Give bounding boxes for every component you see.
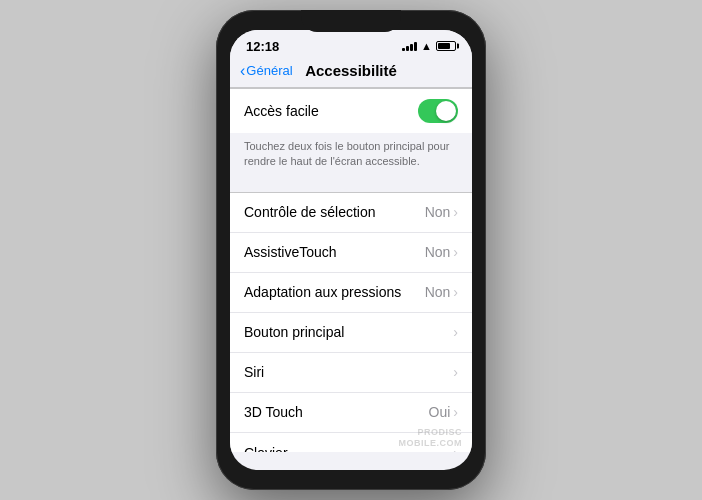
signal-icon: [402, 41, 417, 51]
back-label: Général: [246, 63, 292, 78]
acces-facile-description: Touchez deux fois le bouton principal po…: [230, 133, 472, 180]
back-chevron-icon: ‹: [240, 63, 245, 79]
battery-icon: [436, 41, 456, 51]
settings-content: Accès facile Touchez deux fois le bouton…: [230, 88, 472, 452]
status-bar: 12:18 ▲: [230, 30, 472, 58]
phone-notch: [301, 10, 401, 32]
bouton-principal-row[interactable]: Bouton principal ›: [230, 313, 472, 353]
phone-frame: 12:18 ▲ ‹ Général Accessibilité: [216, 10, 486, 490]
adaptation-pressions-label: Adaptation aux pressions: [244, 284, 401, 300]
controle-selection-chevron-icon: ›: [453, 204, 458, 220]
3d-touch-label: 3D Touch: [244, 404, 303, 420]
watermark-line2: MOBILE.COM: [399, 438, 463, 450]
watermark: PRODISC MOBILE.COM: [399, 427, 463, 450]
clavier-label: Clavier: [244, 445, 288, 452]
bouton-principal-label: Bouton principal: [244, 324, 344, 340]
nav-bar: ‹ Général Accessibilité: [230, 58, 472, 88]
assistivetouch-right: Non ›: [425, 244, 458, 260]
acces-facile-row[interactable]: Accès facile: [230, 88, 472, 133]
page-title: Accessibilité: [305, 62, 397, 79]
adaptation-pressions-row[interactable]: Adaptation aux pressions Non ›: [230, 273, 472, 313]
status-time: 12:18: [246, 39, 279, 54]
3d-touch-chevron-icon: ›: [453, 404, 458, 420]
menu-section: Contrôle de sélection Non › AssistiveTou…: [230, 192, 472, 452]
acces-facile-label: Accès facile: [244, 103, 319, 119]
siri-row[interactable]: Siri ›: [230, 353, 472, 393]
wifi-icon: ▲: [421, 40, 432, 52]
controle-selection-label: Contrôle de sélection: [244, 204, 376, 220]
3d-touch-right: Oui ›: [429, 404, 458, 420]
siri-right: ›: [453, 364, 458, 380]
assistivetouch-row[interactable]: AssistiveTouch Non ›: [230, 233, 472, 273]
bouton-principal-right: ›: [453, 324, 458, 340]
3d-touch-value: Oui: [429, 404, 451, 420]
assistivetouch-chevron-icon: ›: [453, 244, 458, 260]
phone-screen: 12:18 ▲ ‹ Général Accessibilité: [230, 30, 472, 470]
watermark-line1: PRODISC: [399, 427, 463, 439]
assistivetouch-label: AssistiveTouch: [244, 244, 337, 260]
adaptation-pressions-right: Non ›: [425, 284, 458, 300]
controle-selection-row[interactable]: Contrôle de sélection Non ›: [230, 193, 472, 233]
adaptation-pressions-value: Non: [425, 284, 451, 300]
adaptation-pressions-chevron-icon: ›: [453, 284, 458, 300]
controle-selection-value: Non: [425, 204, 451, 220]
controle-selection-right: Non ›: [425, 204, 458, 220]
assistivetouch-value: Non: [425, 244, 451, 260]
siri-label: Siri: [244, 364, 264, 380]
siri-chevron-icon: ›: [453, 364, 458, 380]
status-icons: ▲: [402, 40, 456, 52]
bouton-principal-chevron-icon: ›: [453, 324, 458, 340]
acces-facile-toggle[interactable]: [418, 99, 458, 123]
back-button[interactable]: ‹ Général: [240, 63, 293, 79]
